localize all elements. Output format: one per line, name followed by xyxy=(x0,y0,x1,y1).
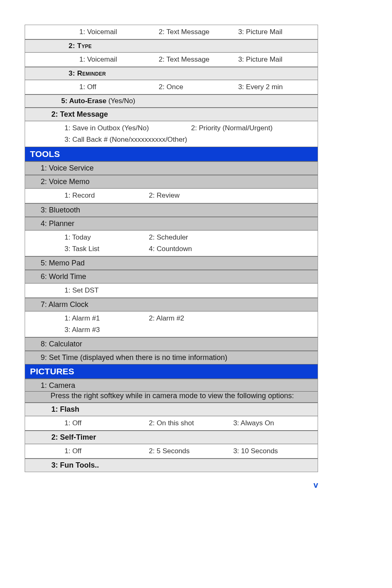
table-row: 1: Voicemail 2: Text Message 3: Picture … xyxy=(25,25,318,39)
item xyxy=(233,189,318,203)
item: 1: Alarm #1 xyxy=(25,311,149,325)
subheader-text-message: 2: Text Message xyxy=(25,108,318,121)
text: Press the right softkey while in camera … xyxy=(51,392,294,400)
subheader-flash: 1: Flash xyxy=(25,403,318,416)
item: 1: Save in Outbox (Yes/No) xyxy=(25,121,191,135)
table-row: 1: Off 2: Once 3: Every 2 min xyxy=(25,80,318,95)
sub-bluetooth: 3: Bluetooth xyxy=(25,203,318,217)
table-row: 3: Call Back # (None/xxxxxxxxxx/Other) xyxy=(25,135,318,147)
table-row: 1: Today 2: Scheduler xyxy=(25,231,318,244)
category-tools: TOOLS xyxy=(25,147,318,161)
item: 2: 5 Seconds xyxy=(149,444,233,458)
label: 9: Set Time (displayed when there is no … xyxy=(41,353,227,362)
item: 1: Today xyxy=(25,231,149,244)
table-row: 1: Alarm #1 2: Alarm #2 xyxy=(25,311,318,325)
label: 2: Text Message xyxy=(51,110,108,118)
item: 2: Review xyxy=(149,189,233,203)
table-row: 1: Off 2: 5 Seconds 3: 10 Seconds xyxy=(25,444,318,459)
label: 3: Reminder xyxy=(69,69,106,77)
subheader-self-timer: 2: Self-Timer xyxy=(25,431,318,444)
item: 2: Priority (Normal/Urgent) xyxy=(191,121,318,135)
item: 3: Always On xyxy=(233,416,318,430)
label: 4: Planner xyxy=(41,219,74,228)
camera-note: Press the right softkey while in camera … xyxy=(25,392,318,403)
item: 2: Text Message xyxy=(159,53,238,67)
label: 7: Alarm Clock xyxy=(41,300,88,309)
label: 2: Type xyxy=(69,42,92,50)
table-row: 1: Save in Outbox (Yes/No) 2: Priority (… xyxy=(25,121,318,135)
item: 1: Off xyxy=(25,444,149,458)
item: 3: Task List xyxy=(25,244,149,256)
sub-set-time: 9: Set Time (displayed when there is no … xyxy=(25,351,318,364)
sub-voice-service: 1: Voice Service xyxy=(25,161,318,175)
table-row: 3: Alarm #3 xyxy=(25,325,318,337)
item: 1: Record xyxy=(25,189,149,203)
item: 3: Alarm #3 xyxy=(25,325,318,337)
item: 4: Countdown xyxy=(149,244,233,256)
sub-voice-memo: 2: Voice Memo xyxy=(25,175,318,189)
item: 3: Call Back # (None/xxxxxxxxxx/Other) xyxy=(25,135,318,147)
label: 8: Calculator xyxy=(41,340,82,348)
label: 2: Voice Memo xyxy=(41,178,90,186)
subheader-type: 2: Type xyxy=(25,39,318,53)
item: 1: Voicemail xyxy=(25,25,159,39)
item: 3: Every 2 min xyxy=(238,80,318,94)
label: TOOLS xyxy=(30,149,60,159)
item: 1: Off xyxy=(25,80,159,94)
table-row: 1: Voicemail 2: Text Message 3: Picture … xyxy=(25,53,318,67)
label: 2: Self-Timer xyxy=(51,433,96,441)
category-pictures: PICTURES xyxy=(25,364,318,379)
subheader-reminder: 3: Reminder xyxy=(25,67,318,80)
table-row: 1: Record 2: Review xyxy=(25,189,318,203)
sub-calculator: 8: Calculator xyxy=(25,337,318,351)
label: 5: Auto-Erase xyxy=(61,97,106,105)
label: 6: World Time xyxy=(41,272,86,281)
suffix: (Yes/No) xyxy=(106,97,135,105)
label: PICTURES xyxy=(30,367,74,376)
subheader-fun-tools: 3: Fun Tools.. xyxy=(25,459,318,472)
subheader-auto-erase: 5: Auto-Erase (Yes/No) xyxy=(25,95,318,108)
page-number: v xyxy=(25,480,318,490)
label: 5: Memo Pad xyxy=(41,259,85,267)
label: 3: Fun Tools.. xyxy=(51,461,99,469)
item: 1: Voicemail xyxy=(25,53,159,67)
item: 2: On this shot xyxy=(149,416,233,430)
label: 1: Camera xyxy=(41,381,75,390)
label: 1: Flash xyxy=(51,405,79,413)
table-row: 3: Task List 4: Countdown xyxy=(25,244,318,256)
item: 1: Set DST xyxy=(25,284,318,297)
table-row: 1: Set DST xyxy=(25,284,318,298)
item: 2: Text Message xyxy=(159,25,238,39)
sub-planner: 4: Planner xyxy=(25,217,318,231)
item: 3: Picture Mail xyxy=(238,25,318,39)
item: 2: Alarm #2 xyxy=(149,311,233,325)
sub-world-time: 6: World Time xyxy=(25,270,318,284)
sub-memo-pad: 5: Memo Pad xyxy=(25,256,318,270)
item: 1: Off xyxy=(25,416,149,430)
sub-alarm-clock: 7: Alarm Clock xyxy=(25,298,318,311)
item: 3: 10 Seconds xyxy=(233,444,318,458)
sub-camera: 1: Camera xyxy=(25,379,318,392)
label: 1: Voice Service xyxy=(41,164,94,172)
item: 2: Scheduler xyxy=(149,231,233,244)
item: 2: Once xyxy=(159,80,238,94)
label: 3: Bluetooth xyxy=(41,206,80,214)
item: 3: Picture Mail xyxy=(238,53,318,67)
table-row: 1: Off 2: On this shot 3: Always On xyxy=(25,416,318,431)
